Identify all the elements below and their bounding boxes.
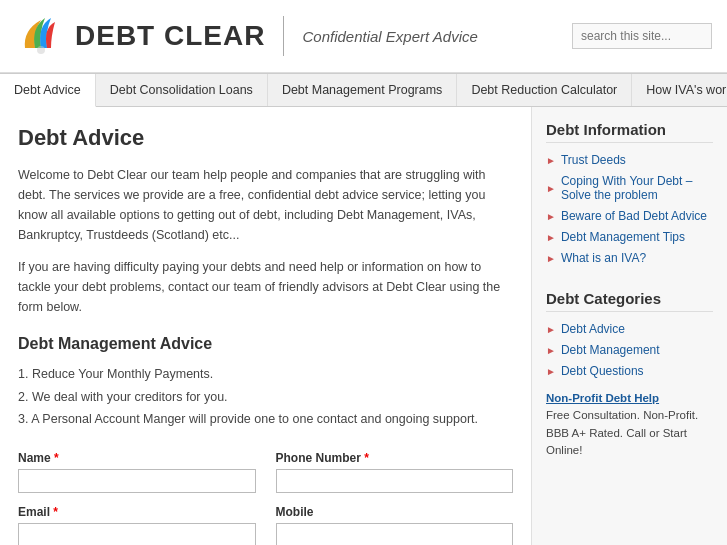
form-group-phone: Phone Number * [276, 451, 514, 493]
advice-item-1: Reduce Your Monthly Payments. [18, 363, 513, 386]
sidebar: Debt Information ► Trust Deeds ► Coping … [532, 107, 727, 545]
main-content: Debt Advice Welcome to Debt Clear our te… [0, 107, 727, 545]
arrow-icon: ► [546, 155, 556, 166]
advice-list: Reduce Your Monthly Payments. We deal wi… [18, 363, 513, 431]
sidebar-link-mgmt-tips[interactable]: ► Debt Management Tips [546, 230, 713, 244]
advice-item-3: A Personal Account Manger will provide o… [18, 408, 513, 431]
form-group-email: Email * [18, 505, 256, 546]
form-group-mobile: Mobile [276, 505, 514, 546]
logo-icon [15, 10, 67, 62]
arrow-icon: ► [546, 324, 556, 335]
arrow-icon: ► [546, 345, 556, 356]
arrow-icon: ► [546, 211, 556, 222]
sidebar-cat-debt-questions[interactable]: ► Debt Questions [546, 364, 713, 378]
search-area [572, 23, 712, 49]
input-email[interactable] [18, 523, 256, 546]
sidebar-link-iva[interactable]: ► What is an IVA? [546, 251, 713, 265]
sidebar-categories-title: Debt Categories [546, 290, 713, 312]
contact-form: Name * Phone Number * Email [18, 451, 513, 546]
sidebar-link-coping[interactable]: ► Coping With Your Debt – Solve the prob… [546, 174, 713, 202]
promo-text: Free Consultation. Non-Profit. BBB A+ Ra… [546, 407, 713, 459]
input-phone[interactable] [276, 469, 514, 493]
secondary-text: If you are having difficulty paying your… [18, 257, 513, 317]
nav-item-iva[interactable]: How IVA's work [632, 74, 727, 106]
logo-text: DEBT CLEAR [75, 20, 265, 52]
intro-text: Welcome to Debt Clear our team help peop… [18, 165, 513, 245]
advice-item-2: We deal with your creditors for you. [18, 386, 513, 409]
label-mobile: Mobile [276, 505, 514, 519]
svg-point-0 [37, 46, 45, 54]
arrow-icon: ► [546, 183, 556, 194]
content-area: Debt Advice Welcome to Debt Clear our te… [0, 107, 532, 545]
required-star-phone: * [364, 451, 369, 465]
page-title: Debt Advice [18, 125, 513, 151]
sidebar-link-bad-advice[interactable]: ► Beware of Bad Debt Advice [546, 209, 713, 223]
sidebar-separator [546, 272, 713, 290]
arrow-icon: ► [546, 253, 556, 264]
form-group-name: Name * [18, 451, 256, 493]
label-phone: Phone Number * [276, 451, 514, 465]
arrow-icon: ► [546, 232, 556, 243]
input-mobile[interactable] [276, 523, 514, 546]
sidebar-cat-debt-mgmt[interactable]: ► Debt Management [546, 343, 713, 357]
main-nav: Debt Advice Debt Consolidation Loans Deb… [0, 73, 727, 107]
search-input[interactable] [572, 23, 712, 49]
section-title: Debt Management Advice [18, 335, 513, 353]
header-divider [283, 16, 284, 56]
nav-item-consolidation[interactable]: Debt Consolidation Loans [96, 74, 268, 106]
form-row-2: Email * Mobile [18, 505, 513, 546]
arrow-icon: ► [546, 366, 556, 377]
label-email: Email * [18, 505, 256, 519]
input-name[interactable] [18, 469, 256, 493]
promo-title[interactable]: Non-Profit Debt Help [546, 390, 713, 407]
sidebar-link-trust-deeds[interactable]: ► Trust Deeds [546, 153, 713, 167]
nav-item-calculator[interactable]: Debt Reduction Calculator [457, 74, 632, 106]
nav-item-management[interactable]: Debt Management Programs [268, 74, 458, 106]
form-row-1: Name * Phone Number * [18, 451, 513, 493]
tagline: Confidential Expert Advice [302, 28, 477, 45]
required-star-name: * [54, 451, 59, 465]
label-name: Name * [18, 451, 256, 465]
logo-area: DEBT CLEAR [15, 10, 265, 62]
header: DEBT CLEAR Confidential Expert Advice [0, 0, 727, 73]
sidebar-cat-debt-advice[interactable]: ► Debt Advice [546, 322, 713, 336]
sidebar-info-title: Debt Information [546, 121, 713, 143]
nav-item-debt-advice[interactable]: Debt Advice [0, 74, 96, 107]
sidebar-promo: Non-Profit Debt Help Free Consultation. … [546, 390, 713, 459]
required-star-email: * [53, 505, 58, 519]
